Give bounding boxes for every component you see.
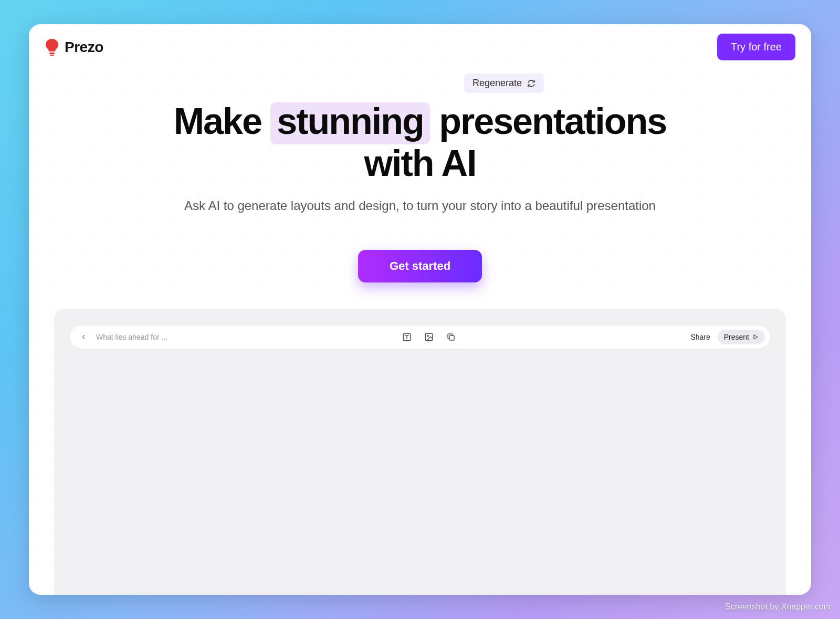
get-started-button[interactable]: Get started xyxy=(358,250,482,282)
lightbulb-icon xyxy=(45,38,59,56)
text-icon xyxy=(402,332,412,342)
brand-logo[interactable]: Prezo xyxy=(45,38,103,56)
preview-title: What lies ahead for ... xyxy=(96,333,167,341)
present-label: Present xyxy=(724,333,749,341)
headline-highlight: stunning xyxy=(270,102,429,144)
header: Prezo Try for free xyxy=(29,24,811,60)
preview-left: What lies ahead for ... xyxy=(78,332,167,342)
svg-point-4 xyxy=(427,335,429,337)
app-card: Prezo Try for free Regenerate Make stunn… xyxy=(29,24,811,595)
refresh-icon xyxy=(527,79,536,88)
headline-pre: Make xyxy=(174,101,271,142)
try-for-free-button[interactable]: Try for free xyxy=(717,34,795,60)
preview-toolbar: What lies ahead for ... Share Present xyxy=(70,326,770,349)
regenerate-label: Regenerate xyxy=(472,78,522,89)
svg-rect-0 xyxy=(49,53,55,54)
chevron-left-icon xyxy=(80,333,87,341)
svg-rect-5 xyxy=(449,335,454,340)
duplicate-tool-button[interactable] xyxy=(446,332,456,342)
brand-name: Prezo xyxy=(65,39,103,56)
present-button[interactable]: Present xyxy=(718,330,765,344)
image-icon xyxy=(424,332,434,342)
svg-marker-6 xyxy=(754,335,758,339)
regenerate-button[interactable]: Regenerate xyxy=(464,74,544,93)
hero-headline: Make stunning presentations with AI xyxy=(158,102,682,183)
play-icon xyxy=(752,334,759,340)
back-button[interactable] xyxy=(78,332,89,342)
duplicate-icon xyxy=(446,332,456,342)
image-tool-button[interactable] xyxy=(424,332,434,342)
text-tool-button[interactable] xyxy=(402,332,412,342)
watermark: Screenshot by Xnapper.com xyxy=(725,602,831,612)
hero: Regenerate Make stunning presentations w… xyxy=(29,71,811,282)
preview-right: Share Present xyxy=(690,330,765,344)
svg-rect-1 xyxy=(50,55,54,56)
preview-panel: What lies ahead for ... Share Present xyxy=(54,309,786,595)
hero-subheading: Ask AI to generate layouts and design, t… xyxy=(184,198,656,213)
preview-center-tools xyxy=(174,332,684,342)
share-button[interactable]: Share xyxy=(690,333,710,341)
